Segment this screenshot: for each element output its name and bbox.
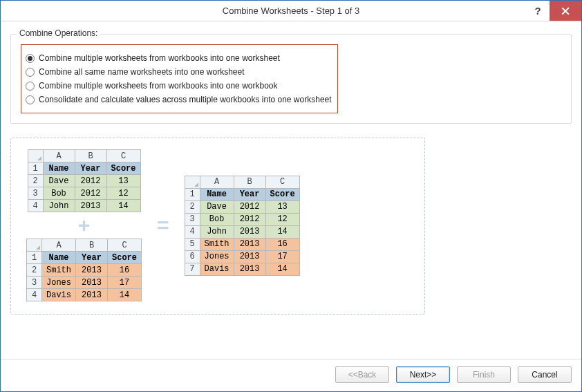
radio-option-2[interactable]: Combine multiple worksheets from workboo… xyxy=(26,81,332,91)
close-button[interactable] xyxy=(550,1,581,21)
radio-icon xyxy=(26,95,35,104)
result-table: ABC1NameYearScore2Dave2012133Bob2012124J… xyxy=(185,176,300,276)
input-table-1: ABC1NameYearScore2Smith2013163Jones20131… xyxy=(26,239,142,301)
close-icon xyxy=(561,7,570,15)
radio-icon xyxy=(26,82,35,91)
titlebar: Combine Worksheets - Step 1 of 3 ? xyxy=(1,1,581,21)
radio-icon xyxy=(26,68,35,77)
window-controls: ? xyxy=(526,1,581,21)
finish-button[interactable]: Finish xyxy=(457,366,511,383)
radio-option-0[interactable]: Combine multiple worksheets from workboo… xyxy=(26,53,332,63)
radio-label: Consolidate and calculate values across … xyxy=(39,95,332,104)
dialog-window: Combine Worksheets - Step 1 of 3 ? Combi… xyxy=(0,0,582,392)
radio-option-3[interactable]: Consolidate and calculate values across … xyxy=(26,95,332,104)
radio-label: Combine multiple worksheets from workboo… xyxy=(39,53,280,63)
preview-illustration: ABC1NameYearScore2Dave2012133Bob2012124J… xyxy=(10,138,425,315)
input-table-0: ABC1NameYearScore2Dave2012133Bob2012124J… xyxy=(28,149,141,212)
radio-icon xyxy=(26,54,35,63)
equals-icon: = xyxy=(157,215,169,236)
preview-inputs-column: ABC1NameYearScore2Dave2012133Bob2012124J… xyxy=(26,149,142,301)
dialog-footer: <<Back Next>> Finish Cancel xyxy=(1,359,581,391)
radio-option-1[interactable]: Combine all same name worksheets into on… xyxy=(26,67,332,77)
radio-label: Combine all same name worksheets into on… xyxy=(39,67,244,77)
back-button[interactable]: <<Back xyxy=(335,366,389,383)
group-legend: Combine Operations: xyxy=(17,28,100,38)
combine-operations-group: Combine Operations: Combine multiple wor… xyxy=(10,34,572,124)
radio-label: Combine multiple worksheets from workboo… xyxy=(39,81,278,91)
next-button[interactable]: Next>> xyxy=(396,366,450,383)
cancel-button[interactable]: Cancel xyxy=(518,366,572,383)
window-title: Combine Worksheets - Step 1 of 3 xyxy=(1,6,581,16)
plus-icon: + xyxy=(78,215,91,236)
help-button[interactable]: ? xyxy=(526,1,550,21)
options-highlight: Combine multiple worksheets from workboo… xyxy=(21,44,338,113)
dialog-content: Combine Operations: Combine multiple wor… xyxy=(1,21,581,359)
